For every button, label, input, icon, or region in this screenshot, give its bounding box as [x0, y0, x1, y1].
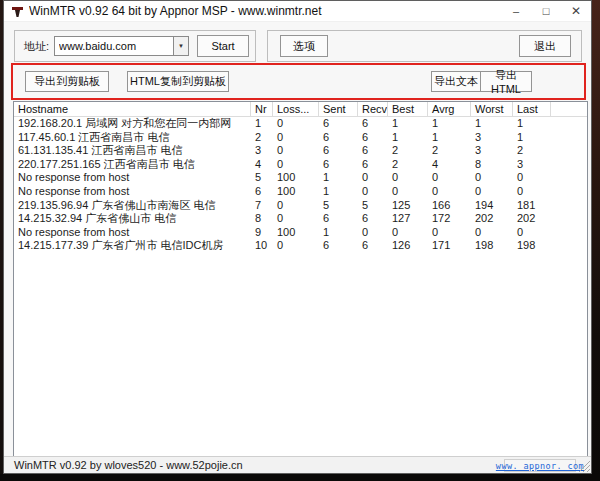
window-title: WinMTR v0.92 64 bit by Appnor MSP - www.…: [29, 4, 501, 18]
header-cell[interactable]: Recv: [358, 102, 388, 116]
table-cell: 171: [428, 239, 471, 253]
table-cell: 0: [513, 171, 551, 185]
table-row[interactable]: No response from host6100100000: [14, 185, 587, 199]
export-to-clipboard-button[interactable]: 导出到剪贴板: [25, 71, 109, 92]
table-cell: 220.177.251.165 江西省南昌市 电信: [14, 158, 251, 172]
table-cell: 14.215.32.94 广东省佛山市 电信: [14, 212, 251, 226]
winmtr-app-icon: [11, 5, 24, 18]
table-row[interactable]: No response from host9100100000: [14, 226, 587, 240]
html-copy-to-clipboard-button[interactable]: HTML复制到剪贴板: [127, 71, 229, 92]
table-cell: 219.135.96.94 广东省佛山市南海区 电信: [14, 199, 251, 213]
close-button[interactable]: ✕: [561, 1, 591, 21]
table-cell: 0: [428, 185, 471, 199]
export-text-button[interactable]: 导出文本: [431, 71, 481, 92]
maximize-button[interactable]: □: [531, 1, 561, 21]
resize-grip[interactable]: [578, 460, 591, 473]
export-html-button[interactable]: 导出HTML: [480, 71, 532, 92]
table-cell: 2: [513, 144, 551, 158]
table-cell: 1: [251, 117, 273, 131]
table-cell: 0: [428, 171, 471, 185]
table-cell: 194: [471, 199, 513, 213]
table-cell: 4: [428, 158, 471, 172]
header-cell[interactable]: Hostname: [14, 102, 251, 116]
table-cell: 1: [319, 226, 358, 240]
header-cell[interactable]: Avrg: [428, 102, 471, 116]
table-cell: 0: [358, 185, 388, 199]
address-value: www.baidu.com: [59, 40, 173, 52]
status-link-cell: www. appnor. com: [504, 459, 576, 472]
table-cell: 1: [319, 171, 358, 185]
table-row[interactable]: No response from host5100100000: [14, 171, 587, 185]
appnor-link[interactable]: www. appnor. com: [496, 461, 584, 471]
table-row[interactable]: 14.215.32.94 广东省佛山市 电信8066127172202202: [14, 212, 587, 226]
table-cell: 6: [358, 131, 388, 145]
table-row[interactable]: 220.177.251.165 江西省南昌市 电信40662483: [14, 158, 587, 172]
table-cell: 181: [513, 199, 551, 213]
minimize-button[interactable]: –: [501, 1, 531, 21]
header-cell[interactable]: Nr: [251, 102, 273, 116]
table-cell: 3: [471, 131, 513, 145]
table-cell: 0: [273, 239, 319, 253]
table-cell: 6: [358, 158, 388, 172]
table-cell: No response from host: [14, 171, 251, 185]
table-cell: 0: [513, 185, 551, 199]
address-combobox[interactable]: www.baidu.com ▼: [54, 36, 189, 56]
table-cell: 202: [513, 212, 551, 226]
table-cell: 198: [513, 239, 551, 253]
results-table: HostnameNrLoss...SentRecvBestAvrgWorstLa…: [13, 101, 588, 458]
table-cell: 1: [471, 117, 513, 131]
table-cell: 2: [251, 131, 273, 145]
title-bar: WinMTR v0.92 64 bit by Appnor MSP - www.…: [4, 1, 591, 22]
table-cell: 125: [388, 199, 428, 213]
address-label: 地址:: [24, 39, 49, 54]
table-row[interactable]: 117.45.60.1 江西省南昌市 电信20661131: [14, 131, 587, 145]
options-button[interactable]: 选项: [280, 35, 328, 57]
table-cell: No response from host: [14, 185, 251, 199]
table-cell: 1: [513, 117, 551, 131]
table-cell: 0: [273, 199, 319, 213]
table-cell: 0: [471, 226, 513, 240]
table-cell: 2: [388, 144, 428, 158]
table-header: HostnameNrLoss...SentRecvBestAvrgWorstLa…: [14, 102, 587, 117]
table-cell: 1: [428, 131, 471, 145]
table-cell: 6: [319, 117, 358, 131]
table-row[interactable]: 192.168.20.1 局域网 对方和您在同一内部网10661111: [14, 117, 587, 131]
table-cell: 9: [251, 226, 273, 240]
table-cell: 117.45.60.1 江西省南昌市 电信: [14, 131, 251, 145]
header-cell[interactable]: Loss...: [273, 102, 319, 116]
header-cell[interactable]: Best: [388, 102, 428, 116]
table-row[interactable]: 219.135.96.94 广东省佛山市南海区 电信70551251661941…: [14, 199, 587, 213]
status-bar: WinMTR v0.92 by wloves520 - www.52pojie.…: [4, 456, 591, 473]
table-cell: 1: [388, 131, 428, 145]
dropdown-arrow-icon[interactable]: ▼: [173, 37, 188, 55]
exit-button[interactable]: 退出: [519, 35, 571, 57]
desktop-background-bottom: [0, 474, 600, 481]
table-cell: 3: [251, 144, 273, 158]
header-cell[interactable]: Worst: [471, 102, 513, 116]
header-cell[interactable]: Last: [513, 102, 551, 116]
table-cell: 5: [358, 199, 388, 213]
table-cell: 10: [251, 239, 273, 253]
export-row: 导出到剪贴板 HTML复制到剪贴板 导出文本 导出HTML: [14, 67, 582, 97]
table-cell: 4: [251, 158, 273, 172]
table-body: 192.168.20.1 局域网 对方和您在同一内部网10661111117.4…: [14, 117, 587, 253]
table-cell: 198: [471, 239, 513, 253]
table-cell: 6: [358, 239, 388, 253]
header-cell[interactable]: Sent: [319, 102, 358, 116]
table-cell: 2: [388, 158, 428, 172]
table-cell: 100: [273, 226, 319, 240]
table-cell: 1: [388, 117, 428, 131]
table-cell: 3: [513, 158, 551, 172]
table-row[interactable]: 14.215.177.39 广东省广州市 电信IDC机房100661261711…: [14, 239, 587, 253]
table-cell: 2: [428, 144, 471, 158]
table-cell: 3: [471, 144, 513, 158]
table-cell: 8: [251, 212, 273, 226]
table-cell: 6: [358, 144, 388, 158]
table-row[interactable]: 61.131.135.41 江西省南昌市 电信30662232: [14, 144, 587, 158]
table-cell: 1: [513, 131, 551, 145]
table-cell: 5: [319, 199, 358, 213]
start-button[interactable]: Start: [197, 35, 249, 57]
table-cell: 100: [273, 171, 319, 185]
actions-group: 选项 退出: [267, 30, 582, 62]
header-filler-cell: [551, 102, 587, 116]
